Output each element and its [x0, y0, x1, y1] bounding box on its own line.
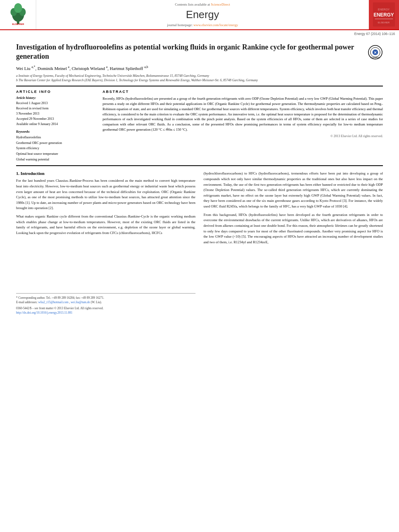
- body-col-left: 1. Introduction For the last hundred yea…: [16, 171, 195, 314]
- crossmark-icon: ✕ CrossMark: [368, 45, 383, 60]
- svg-rect-9: [375, 18, 393, 19]
- footnote-section: * Corresponding author. Tel.: +49 89 289…: [16, 293, 195, 315]
- journal-header: ELSEVIER Contents lists available at Sci…: [0, 0, 399, 30]
- energy-logo-icon: ENERGY ENERGY ELSEVIER: [373, 2, 395, 27]
- body-para-right-2: From this background, HFOs (hydrofluoroo…: [204, 212, 383, 245]
- body-two-col: 1. Introduction For the last hundred yea…: [16, 171, 383, 314]
- keyword-2: Geothermal ORC power generation: [16, 140, 95, 146]
- body-col-right: (hydrochlorofluorocarbons) to HFCs (hydr…: [204, 171, 383, 314]
- article-history-label: Article history:: [16, 96, 95, 100]
- received-revised-date: 3 November 2013: [16, 111, 95, 117]
- article-title: Investigation of hydrofluoroolefins as p…: [16, 43, 362, 62]
- email-2-link[interactable]: wei.liu@tum.de: [71, 300, 90, 304]
- science-direct-text: Contents lists available at ScienceDirec…: [175, 2, 230, 6]
- elsevier-logo: ELSEVIER: [0, 0, 36, 29]
- info-abstract-columns: ARTICLE INFO Article history: Received 1…: [16, 90, 383, 162]
- journal-homepage: journal homepage: www.elsevier.com/locat…: [167, 23, 238, 27]
- keywords-section: Keywords: Hydrofluoroolefins Geothermal …: [16, 130, 95, 162]
- body-para1: For the last hundred years Clausius–Rank…: [16, 178, 195, 211]
- section1-heading: 1. Introduction: [16, 171, 195, 176]
- elsevier-tree-icon: ELSEVIER: [8, 3, 28, 25]
- svg-text:ELSEVIER: ELSEVIER: [378, 21, 390, 24]
- keyword-1: Hydrofluoroolefins: [16, 135, 95, 140]
- energy-logo-box: ENERGY ENERGY ELSEVIER: [369, 0, 399, 29]
- svg-text:✕: ✕: [374, 51, 377, 55]
- footnote-email: E-mail addresses: wliu2_t15@hotmail.com …: [16, 300, 195, 304]
- article-info-column: ARTICLE INFO Article history: Received 1…: [16, 90, 95, 162]
- svg-text:ENERGY: ENERGY: [378, 8, 390, 11]
- copyright-line: © 2013 Elsevier Ltd. All rights reserved…: [103, 134, 383, 138]
- article-info-header: ARTICLE INFO: [16, 90, 95, 94]
- abstract-text: Recently, HFOs (hydrofluoroolefins) are …: [103, 96, 383, 132]
- crossmark-badge[interactable]: ✕ CrossMark: [368, 45, 383, 60]
- affiliations: a Institute of Energy Systems, Faculty o…: [16, 74, 383, 82]
- footnote-star: * Corresponding author. Tel.: +49 89 289…: [16, 296, 195, 300]
- abstract-column: ABSTRACT Recently, HFOs (hydrofluoroolef…: [103, 90, 383, 162]
- svg-text:CrossMark: CrossMark: [370, 56, 380, 59]
- email-1-link[interactable]: wliu2_t15@hotmail.com: [38, 300, 68, 304]
- svg-text:ENERGY: ENERGY: [374, 12, 394, 18]
- received-revised-label: Received in revised form: [16, 106, 95, 111]
- svg-point-4: [14, 3, 22, 13]
- svg-text:ELSEVIER: ELSEVIER: [12, 23, 24, 25]
- accepted-date: Accepted 29 November 2013: [16, 117, 95, 122]
- science-direct-link[interactable]: ScienceDirect: [211, 2, 230, 6]
- from-label: From: [204, 213, 211, 217]
- affiliation-b: b The Bavarian Center for Applied Energy…: [16, 78, 383, 82]
- section-divider: [16, 86, 383, 86]
- body-content: 1. Introduction For the last hundred yea…: [16, 171, 383, 314]
- main-content: Investigation of hydrofluoroolefins as p…: [0, 37, 399, 320]
- body-para2: What makes organic Rankine cycle differe…: [16, 214, 195, 236]
- affiliation-a: a Institute of Energy Systems, Faculty o…: [16, 74, 383, 78]
- abstract-header: ABSTRACT: [103, 90, 383, 94]
- journal-center: Contents lists available at ScienceDirec…: [36, 0, 369, 29]
- issn-text: 0360-5442/$ – see front matter © 2013 El…: [16, 306, 195, 310]
- authors-line: Wei Liu a,*, Dominik Meinel a, Christoph…: [16, 65, 383, 72]
- keyword-4: Optimal heat source temperature: [16, 151, 95, 157]
- keyword-5: Global warming potential: [16, 157, 95, 162]
- doi-link[interactable]: http://dx.doi.org/10.1016/j.energy.2013.…: [16, 311, 195, 314]
- article-volume-info: Energy 67 (2014) 106–116: [0, 30, 399, 37]
- body-para-right-1: (hydrochlorofluorocarbons) to HFCs (hydr…: [204, 171, 383, 209]
- body-divider: [16, 165, 383, 166]
- journal-title-banner: Energy: [186, 8, 219, 21]
- keywords-label: Keywords:: [16, 130, 95, 134]
- available-date: Available online 9 January 2014: [16, 122, 95, 127]
- article-title-section: Investigation of hydrofluoroolefins as p…: [16, 41, 383, 62]
- received-date: Received 1 August 2013: [16, 101, 95, 106]
- keyword-3: System efficiency: [16, 146, 95, 151]
